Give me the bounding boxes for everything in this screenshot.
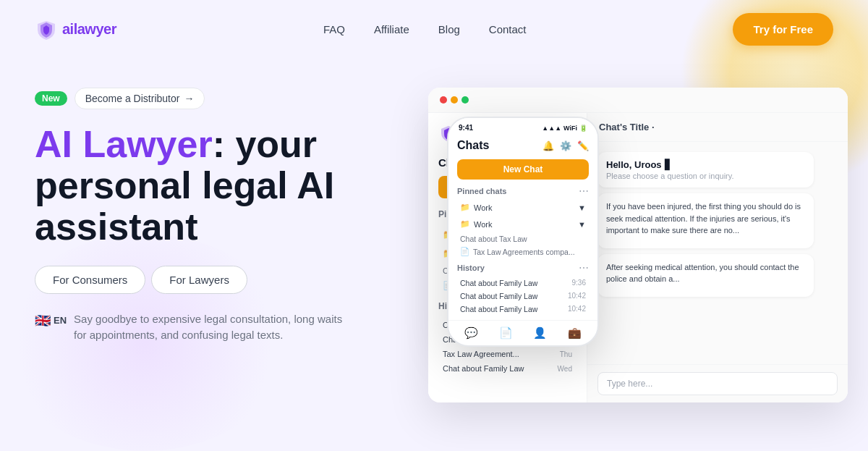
mobile-history-time-2: 10:42 [568, 292, 586, 300]
mobile-folder-icon-2: 📁 [460, 219, 470, 229]
ai-text-2: After seeking medical attention, you sho… [606, 261, 805, 285]
settings-icon[interactable]: ⚙️ [560, 140, 571, 151]
mobile-history-time-1: 9:36 [572, 279, 586, 287]
window-titlebar [428, 88, 848, 113]
mobile-history-more-icon[interactable]: ⋯ [579, 262, 589, 274]
mobile-doc-icon: 📄 [460, 247, 469, 256]
mobile-chevron-1: ▼ [578, 203, 586, 212]
mobile-header: Chats 🔔 ⚙️ ✏️ [448, 135, 597, 156]
distributor-text: Become a Distributor [85, 93, 180, 104]
window-controls [440, 96, 469, 104]
mobile-more-icon[interactable]: ⋯ [579, 185, 589, 197]
app-mockups: Chats New Chat Pinned chats ⋯ 📁 Work [469, 73, 833, 451]
close-dot [440, 96, 447, 104]
battery-icon: 🔋 [579, 125, 587, 132]
logo-text: ailawyer [62, 21, 116, 38]
chat-messages: Hello, Uroos ▋ Please choose a question … [587, 142, 848, 364]
logo: ailawyer [35, 18, 116, 41]
tagline: Say goodbye to expensive legal consultat… [74, 311, 349, 344]
wifi-icon: WiFi [563, 125, 577, 132]
chat-input-area: Type here... [587, 364, 848, 402]
mobile-history-1[interactable]: Chat about Family Law 9:36 [457, 277, 589, 290]
main-content: New Become a Distributor → AI Lawyer: yo… [0, 59, 868, 451]
tab-consumers[interactable]: For Consumers [35, 266, 145, 294]
history-text-4: Chat about Family Law [443, 364, 524, 373]
mobile-chat-text-1: Chat about Tax Law [460, 235, 527, 243]
mobile-folder-name-1: Work [474, 203, 492, 212]
distributor-link[interactable]: Become a Distributor → [75, 88, 205, 109]
mobile-folder-name-2: Work [474, 220, 492, 229]
mobile-folder-icon-1: 📁 [460, 203, 470, 212]
mobile-status-icons: ▲▲▲ WiFi 🔋 [542, 125, 587, 132]
greeting-text: Hello, Uroos ▋ [606, 159, 805, 170]
mobile-app-mockup: 9:41 ▲▲▲ WiFi 🔋 Chats 🔔 ⚙️ ✏️ New Chat [447, 117, 599, 347]
header: ailawyer FAQ Affiliate Blog Contact Try … [0, 0, 868, 59]
desktop-chat-area: Chat's Title · Hello, Uroos ▋ Please cho… [587, 113, 848, 402]
mobile-time: 9:41 [459, 124, 473, 132]
mobile-pinned-section: Pinned chats ⋯ 📁 Work ▼ 📁 Work ▼ [448, 185, 597, 258]
mobile-action-icons: 🔔 ⚙️ ✏️ [542, 140, 589, 151]
mobile-chats-title: Chats [457, 139, 489, 152]
try-free-button[interactable]: Try for Free [733, 13, 833, 46]
mobile-nav-chat-icon[interactable]: 💬 [464, 326, 478, 340]
chat-header: Chat's Title · [587, 113, 848, 142]
nav-blog[interactable]: Blog [438, 23, 460, 35]
cta-tabs: For Consumers For Lawyers [35, 266, 440, 294]
nav-contact[interactable]: Contact [489, 23, 527, 35]
history-text-3: Tax Law Agreement... [443, 350, 519, 358]
arrow-right-icon: → [184, 93, 194, 104]
nav-affiliate[interactable]: Affiliate [374, 23, 409, 35]
mobile-history-3[interactable]: Chat about Family Law 10:42 [457, 303, 589, 316]
tab-lawyers[interactable]: For Lawyers [151, 266, 247, 294]
bell-icon[interactable]: 🔔 [542, 140, 554, 151]
ai-message-1: If you have been injured, the first thin… [597, 193, 814, 248]
mobile-nav-doc-icon[interactable]: 📄 [499, 326, 513, 340]
greeting-subtitle: Please choose a question or inquiry. [606, 172, 805, 180]
history-item-4[interactable]: Chat about Family Law Wed [438, 361, 576, 376]
cursor-icon: ▋ [665, 159, 672, 170]
maximize-dot [461, 96, 469, 104]
hero-left: New Become a Distributor → AI Lawyer: yo… [35, 73, 440, 344]
history-time-4: Wed [558, 365, 572, 373]
chat-input[interactable]: Type here... [597, 372, 838, 395]
ai-message-2: After seeking medical attention, you sho… [597, 254, 814, 297]
edit-icon[interactable]: ✏️ [577, 140, 589, 151]
chat-title: Chat's Title · [599, 122, 655, 132]
mobile-nav-bag-icon[interactable]: 💼 [568, 326, 582, 340]
mobile-history-text-2: Chat about Family Law [460, 292, 537, 300]
mobile-nav-person-icon[interactable]: 👤 [533, 326, 547, 340]
mobile-chat-agreements[interactable]: 📄 Tax Law Agreements compa... [457, 245, 589, 258]
mobile-history-2[interactable]: Chat about Family Law 10:42 [457, 290, 589, 303]
mobile-history-header: History ⋯ [457, 262, 589, 274]
history-item-3[interactable]: Tax Law Agreement... Thu [438, 347, 576, 361]
logo-icon [35, 18, 58, 41]
mobile-folder-1[interactable]: 📁 Work ▼ [457, 200, 589, 215]
signal-icon: ▲▲▲ [542, 125, 561, 132]
mobile-chevron-2: ▼ [578, 220, 586, 229]
flag-icon: 🇬🇧 [35, 313, 51, 329]
mobile-chat-tax[interactable]: Chat about Tax Law [457, 233, 589, 245]
mobile-folder-2[interactable]: 📁 Work ▼ [457, 216, 589, 232]
new-badge: New [35, 91, 67, 106]
mobile-new-chat-button[interactable]: New Chat [457, 159, 589, 180]
main-nav: FAQ Affiliate Blog Contact [323, 23, 527, 35]
mobile-history-section: History ⋯ Chat about Family Law 9:36 Cha… [448, 262, 597, 316]
headline-purple: AI Lawyer [35, 123, 213, 165]
mobile-status-bar: 9:41 ▲▲▲ WiFi 🔋 [448, 118, 597, 135]
mobile-bottom-nav: 💬 📄 👤 💼 [448, 320, 597, 345]
mobile-history-time-3: 10:42 [568, 305, 586, 313]
mobile-history-text-3: Chat about Family Law [460, 305, 537, 313]
mobile-history-title: History [457, 264, 485, 272]
mobile-pinned-title: Pinned chats [457, 187, 506, 195]
lang-label: EN [54, 315, 67, 326]
ai-text-1: If you have been injured, the first thin… [606, 201, 805, 237]
nav-faq[interactable]: FAQ [323, 23, 345, 35]
lang-row: 🇬🇧 EN Say goodbye to expensive legal con… [35, 311, 440, 344]
new-badge-row: New Become a Distributor → [35, 88, 440, 109]
headline: AI Lawyer: your personal legal AI assist… [35, 124, 440, 248]
greeting-bubble: Hello, Uroos ▋ Please choose a question … [597, 152, 814, 187]
minimize-dot [451, 96, 458, 104]
mobile-history-text-1: Chat about Family Law [460, 279, 537, 287]
history-time-3: Thu [560, 350, 572, 358]
language-selector[interactable]: 🇬🇧 EN [35, 313, 67, 329]
